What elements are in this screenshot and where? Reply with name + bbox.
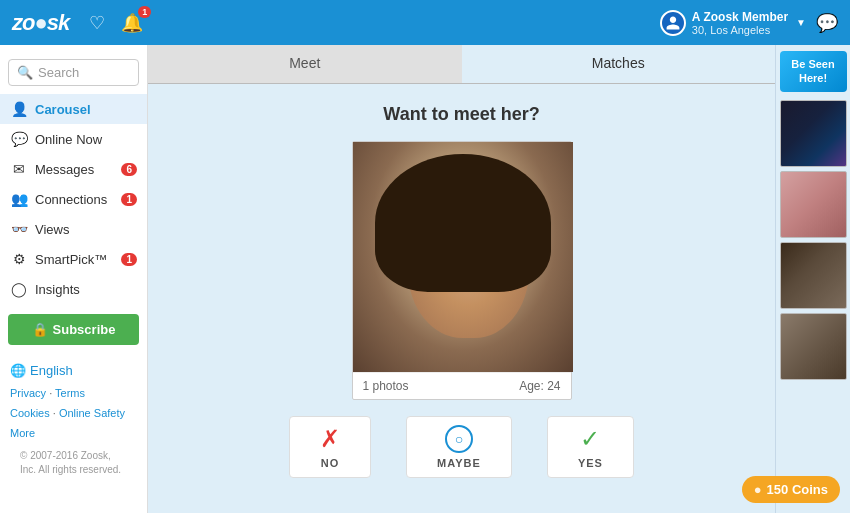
language-section: 🌐 English Privacy · Terms Cookies · Onli…	[0, 355, 147, 491]
favorites-icon[interactable]: ♡	[89, 12, 105, 34]
no-icon: ✗	[320, 425, 340, 453]
lock-icon: 🔒	[32, 322, 48, 337]
connections-icon: 👥	[10, 191, 28, 207]
sidebar-item-carousel-label: Carousel	[35, 102, 91, 117]
profile-card[interactable]: 1 photos Age: 24	[352, 141, 572, 400]
tabs: Meet Matches	[148, 45, 775, 84]
subscribe-label: Subscribe	[53, 322, 116, 337]
action-buttons: ✗ NO ○ MAYBE ✓ YES	[272, 416, 652, 478]
side-thumb-2[interactable]	[780, 171, 847, 238]
profile-age: Age: 24	[519, 379, 560, 393]
be-seen-banner[interactable]: Be Seen Here!	[780, 51, 847, 92]
header-icons: ♡ 🔔 1	[89, 12, 143, 34]
search-label: Search	[38, 65, 79, 80]
sidebar-item-messages-label: Messages	[35, 162, 94, 177]
carousel-icon: 👤	[10, 101, 28, 117]
search-box[interactable]: 🔍 Search	[8, 59, 139, 86]
smartpick-badge: 1	[121, 253, 137, 266]
yes-button[interactable]: ✓ YES	[547, 416, 634, 478]
online-now-icon: 💬	[10, 131, 28, 147]
carousel-area: Want to meet her? 1 photos Age: 24 ✗ NO	[148, 84, 775, 513]
sidebar-item-smartpick[interactable]: ⚙ SmartPick™ 1	[0, 244, 147, 274]
sidebar-item-connections-label: Connections	[35, 192, 107, 207]
main-content: Meet Matches Want to meet her? 1 photos …	[148, 45, 775, 513]
coins-button[interactable]: ● 150 Coins	[742, 476, 840, 503]
message-icon[interactable]: 💬	[816, 12, 838, 34]
photos-count: 1 photos	[363, 379, 409, 393]
footer-links: Privacy · Terms Cookies · Online Safety …	[10, 384, 137, 443]
sidebar-item-online-now-label: Online Now	[35, 132, 102, 147]
sidebar-item-messages[interactable]: ✉ Messages 6	[0, 154, 147, 184]
coins-icon: ●	[754, 482, 762, 497]
connections-badge: 1	[121, 193, 137, 206]
tab-meet[interactable]: Meet	[148, 45, 462, 83]
header: zo●sk ♡ 🔔 1 A Zoosk Member 30, Los Angel…	[0, 0, 850, 45]
main-layout: 🔍 Search 👤 Carousel 💬 Online Now ✉ Messa…	[0, 45, 850, 513]
messages-badge: 6	[121, 163, 137, 176]
avatar	[660, 10, 686, 36]
sidebar-item-connections[interactable]: 👥 Connections 1	[0, 184, 147, 214]
terms-link[interactable]: Terms	[55, 387, 85, 399]
side-thumb-1[interactable]	[780, 100, 847, 167]
no-button[interactable]: ✗ NO	[289, 416, 371, 478]
header-right: A Zoosk Member 30, Los Angeles ▼ 💬	[660, 10, 838, 36]
online-safety-link[interactable]: Online Safety	[59, 407, 125, 419]
yes-label: YES	[578, 457, 603, 469]
smartpick-icon: ⚙	[10, 251, 28, 267]
user-info[interactable]: A Zoosk Member 30, Los Angeles ▼	[660, 10, 806, 36]
insights-icon: ◯	[10, 281, 28, 297]
language-selector[interactable]: 🌐 English	[10, 363, 137, 378]
subscribe-button[interactable]: 🔒 Subscribe	[8, 314, 139, 345]
views-icon: 👓	[10, 221, 28, 237]
sidebar-item-smartpick-label: SmartPick™	[35, 252, 107, 267]
coins-label: 150 Coins	[767, 482, 828, 497]
sidebar-item-carousel[interactable]: 👤 Carousel	[0, 94, 147, 124]
sidebar-item-views[interactable]: 👓 Views	[0, 214, 147, 244]
more-link[interactable]: More	[10, 427, 35, 439]
user-name: A Zoosk Member	[692, 10, 788, 24]
messages-icon: ✉	[10, 161, 28, 177]
photo-inner	[353, 142, 573, 372]
side-thumb-4[interactable]	[780, 313, 847, 380]
logo[interactable]: zo●sk	[12, 10, 69, 36]
maybe-label: MAYBE	[437, 457, 481, 469]
search-icon: 🔍	[17, 65, 33, 80]
right-panel: Be Seen Here!	[775, 45, 850, 513]
sidebar-item-online-now[interactable]: 💬 Online Now	[0, 124, 147, 154]
tab-matches[interactable]: Matches	[462, 45, 776, 83]
notifications-icon[interactable]: 🔔 1	[121, 12, 143, 34]
side-thumb-3[interactable]	[780, 242, 847, 309]
sidebar-item-insights-label: Insights	[35, 282, 80, 297]
chevron-down-icon: ▼	[796, 17, 806, 28]
globe-icon: 🌐	[10, 363, 26, 378]
hair-shape	[375, 154, 551, 292]
no-label: NO	[321, 457, 340, 469]
maybe-button[interactable]: ○ MAYBE	[406, 416, 512, 478]
language-label: English	[30, 363, 73, 378]
yes-icon: ✓	[580, 425, 600, 453]
privacy-link[interactable]: Privacy	[10, 387, 46, 399]
carousel-title: Want to meet her?	[383, 104, 539, 125]
card-info: 1 photos Age: 24	[353, 372, 571, 399]
sidebar: 🔍 Search 👤 Carousel 💬 Online Now ✉ Messa…	[0, 45, 148, 513]
sidebar-item-views-label: Views	[35, 222, 69, 237]
cookies-link[interactable]: Cookies	[10, 407, 50, 419]
notification-badge: 1	[138, 6, 151, 18]
maybe-icon: ○	[445, 425, 473, 453]
copyright: © 2007-2016 Zoosk, Inc. All rights reser…	[10, 443, 137, 483]
user-details: A Zoosk Member 30, Los Angeles	[692, 10, 788, 36]
profile-photo	[353, 142, 573, 372]
user-location: 30, Los Angeles	[692, 24, 788, 36]
sidebar-item-insights[interactable]: ◯ Insights	[0, 274, 147, 304]
